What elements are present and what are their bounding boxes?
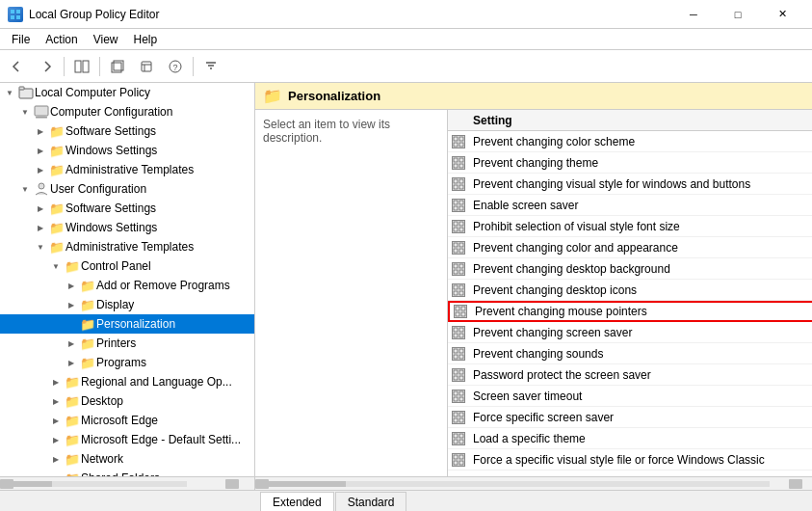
svg-rect-74 — [454, 391, 458, 395]
show-hide-tree-button[interactable] — [68, 54, 95, 79]
tab-extended[interactable]: Extended — [260, 492, 334, 511]
ss1-expander[interactable] — [33, 123, 48, 139]
prog-expander[interactable] — [64, 355, 79, 370]
setting-row[interactable]: Prevent changing visual style for window… — [448, 174, 812, 195]
tree-add-remove[interactable]: 📁 Add or Remove Programs — [0, 276, 254, 295]
ws2-icon: 📁 — [48, 220, 65, 235]
tree-msedge[interactable]: 📁 Microsoft Edge — [0, 411, 254, 430]
edgedef-expander[interactable] — [48, 432, 64, 447]
cp-expander[interactable] — [48, 258, 64, 274]
tree-network[interactable]: 📁 Network — [0, 449, 254, 469]
svg-rect-46 — [454, 243, 458, 247]
minimize-button[interactable]: ─ — [671, 0, 716, 29]
tree-shared-folders[interactable]: 📁 Shared Folders — [0, 469, 254, 476]
setting-row[interactable]: Prevent changing theme — [448, 152, 812, 174]
filter-button[interactable] — [197, 54, 224, 79]
reg-expander[interactable] — [48, 374, 64, 390]
setting-row[interactable]: Prohibit selection of visual style font … — [448, 216, 812, 237]
setting-type-icon — [452, 135, 465, 148]
svg-rect-50 — [454, 264, 458, 268]
prog-label: Programs — [96, 356, 146, 369]
tree-msedge-default[interactable]: 📁 Microsoft Edge - Default Setti... — [0, 430, 254, 449]
setting-type-icon — [452, 199, 465, 212]
setting-row[interactable]: Password protect the screen saver — [448, 364, 812, 386]
ss2-icon: 📁 — [48, 201, 65, 216]
setting-row[interactable]: Prevent changing desktop icons — [448, 280, 812, 301]
close-button[interactable]: ✕ — [760, 0, 804, 29]
at2-expander[interactable] — [33, 239, 48, 255]
setting-row[interactable]: Force specific screen saver — [448, 407, 812, 428]
tree-personalization[interactable]: 📁 Personalization — [0, 314, 254, 334]
setting-icon-cell — [448, 432, 469, 445]
setting-row[interactable]: Prevent changing desktop background — [448, 258, 812, 280]
at1-expander[interactable] — [33, 162, 48, 177]
tree-scroll[interactable]: Local Computer Policy Computer Configura… — [0, 83, 254, 476]
setting-icon-cell — [448, 241, 469, 255]
new-window-button[interactable] — [104, 54, 131, 79]
menu-view[interactable]: View — [86, 29, 126, 50]
edge-expander[interactable] — [48, 413, 64, 428]
tree-programs[interactable]: 📁 Programs — [0, 353, 254, 372]
setting-row[interactable]: Force a specific visual style file or fo… — [448, 449, 812, 471]
tree-admin-templates-2[interactable]: 📁 Administrative Templates — [0, 237, 254, 256]
properties-button[interactable] — [133, 54, 160, 79]
menu-file[interactable]: File — [4, 29, 38, 50]
tree-windows-settings-2[interactable]: 📁 Windows Settings — [0, 218, 254, 237]
ar-expander[interactable] — [64, 278, 79, 293]
setting-row[interactable]: Prevent changing mouse pointers — [448, 301, 812, 322]
root-expander[interactable] — [2, 85, 17, 100]
setting-row[interactable]: Prevent changing color and appearance — [448, 237, 812, 258]
setting-row[interactable]: Enable screen saver — [448, 195, 812, 216]
tree-control-panel[interactable]: 📁 Control Panel — [0, 256, 254, 276]
user-config-icon — [33, 181, 50, 197]
svg-rect-52 — [454, 270, 458, 274]
settings-list[interactable]: Prevent changing color scheme Prevent ch… — [448, 131, 812, 476]
disp-expander[interactable] — [64, 297, 79, 312]
print-expander[interactable] — [64, 336, 79, 351]
setting-row[interactable]: Load a specific theme — [448, 428, 812, 449]
svg-rect-90 — [255, 479, 269, 489]
setting-type-icon — [452, 390, 465, 403]
setting-row[interactable]: Prevent changing sounds — [448, 343, 812, 364]
svg-rect-40 — [454, 206, 458, 210]
menu-help[interactable]: Help — [126, 29, 166, 50]
tree-desktop[interactable]: 📁 Desktop — [0, 391, 254, 411]
menu-action[interactable]: Action — [38, 29, 85, 50]
tree-admin-templates-1[interactable]: 📁 Administrative Templates — [0, 160, 254, 179]
tab-standard[interactable]: Standard — [335, 492, 407, 511]
tree-computer-config[interactable]: Computer Configuration — [0, 102, 254, 121]
setting-row[interactable]: Screen saver timeout — [448, 386, 812, 407]
ws2-expander[interactable] — [33, 220, 48, 235]
setting-icon-cell — [448, 156, 469, 170]
svg-rect-47 — [459, 243, 463, 247]
toolbar-sep-2 — [99, 57, 100, 76]
tree-software-settings-1[interactable]: 📁 Software Settings — [0, 121, 254, 141]
tree-printers[interactable]: 📁 Printers — [0, 334, 254, 353]
forward-button[interactable] — [33, 54, 60, 79]
ws1-expander[interactable] — [33, 143, 48, 158]
description-panel: Select an item to view its description. — [255, 110, 448, 476]
setting-row[interactable]: Prevent changing color scheme — [448, 131, 812, 152]
computer-config-expander[interactable] — [17, 104, 33, 120]
ss2-expander[interactable] — [33, 201, 48, 216]
tree-hscroll[interactable] — [0, 476, 254, 490]
net-expander[interactable] — [48, 451, 64, 467]
desk-expander[interactable] — [48, 393, 64, 409]
help-button[interactable]: ? — [162, 54, 189, 79]
settings-header: Setting — [448, 110, 812, 131]
tree-user-config[interactable]: User Configuration — [0, 179, 254, 199]
tree-regional[interactable]: 📁 Regional and Language Op... — [0, 372, 254, 391]
desk-label: Desktop — [81, 394, 123, 408]
tree-software-settings-2[interactable]: 📁 Software Settings — [0, 199, 254, 218]
setting-row[interactable]: Prevent changing screen saver — [448, 322, 812, 343]
tree-root[interactable]: Local Computer Policy — [0, 83, 254, 102]
window-title: Local Group Policy Editor — [29, 8, 159, 21]
back-button[interactable] — [4, 54, 31, 79]
user-config-expander[interactable] — [17, 181, 33, 197]
tree-windows-settings-1[interactable]: 📁 Windows Settings — [0, 141, 254, 160]
maximize-button[interactable]: □ — [716, 0, 760, 29]
tree-display[interactable]: 📁 Display — [0, 295, 254, 314]
computer-config-label: Computer Configuration — [50, 105, 172, 119]
toolbar-sep-1 — [64, 57, 65, 76]
right-hscroll[interactable] — [255, 476, 812, 490]
